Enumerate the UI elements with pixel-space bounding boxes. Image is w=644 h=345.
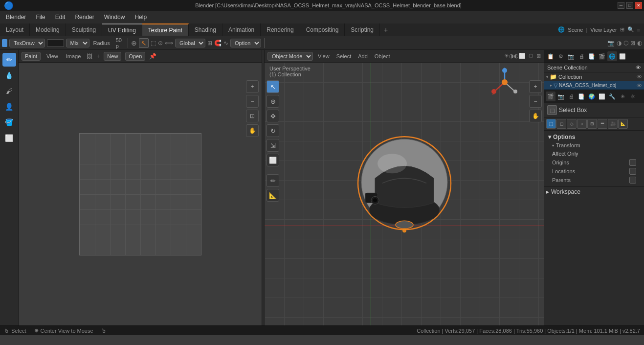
object-eye[interactable]: 👁 — [637, 83, 642, 89]
select-mode-7[interactable]: 🎥 — [608, 119, 618, 129]
tab-layout[interactable]: Layout — [0, 23, 30, 36]
shading-icon[interactable]: ◑ — [617, 40, 622, 46]
close-button[interactable]: ✕ — [635, 2, 642, 9]
render-props-icon[interactable]: 📷 — [566, 51, 576, 61]
fit-view-btn[interactable]: ⊡ — [246, 110, 259, 122]
overlay-icon[interactable]: ⬡ — [623, 40, 628, 46]
maximize-button[interactable]: □ — [626, 2, 633, 9]
xray-btn[interactable]: ⊠ — [536, 53, 541, 59]
object-icon-prop[interactable]: ⬜ — [597, 92, 607, 101]
select-cursor-icon[interactable]: ↖ — [139, 38, 149, 48]
menu-blender[interactable]: Blender — [2, 13, 30, 22]
tab-shading[interactable]: Shading — [189, 23, 222, 36]
properties-icon[interactable]: ⚙ — [556, 51, 566, 61]
select-mode-4[interactable]: ○ — [577, 119, 587, 129]
view-layer-icon[interactable]: 📑 — [587, 51, 597, 61]
tab-scripting[interactable]: Scripting — [345, 23, 380, 36]
overlay-btn[interactable]: ⬡ — [529, 53, 533, 59]
settings-icon[interactable]: ≡ — [637, 27, 640, 33]
world-props-icon[interactable]: 🌐 — [607, 51, 617, 61]
zoom-out-btn[interactable]: − — [246, 95, 259, 108]
render-icon-prop[interactable]: 📷 — [556, 92, 566, 101]
output-props-icon[interactable]: 🖨 — [577, 51, 586, 61]
image-menu[interactable]: Image — [64, 53, 83, 59]
minimize-button[interactable]: ─ — [618, 2, 624, 9]
view-layer-icon-prop[interactable]: 📑 — [577, 92, 586, 101]
cursor-tool-btn[interactable]: ⊕ — [266, 95, 279, 108]
parents-checkbox[interactable] — [629, 177, 636, 184]
view-menu-3d[interactable]: View — [316, 53, 332, 59]
select-mode-6[interactable]: ☰ — [598, 119, 607, 129]
zoom-out-3d[interactable]: − — [529, 95, 542, 108]
view-menu[interactable]: View — [44, 53, 60, 59]
image-add-icon[interactable]: + — [96, 53, 100, 60]
tab-uv-editing[interactable]: UV Editing — [102, 23, 142, 36]
tab-compositing[interactable]: Compositing — [300, 23, 345, 36]
paint-menu[interactable]: Paint — [22, 52, 41, 61]
select-mode-2[interactable]: ◻ — [556, 119, 566, 129]
add-menu-3d[interactable]: Add — [356, 53, 370, 59]
zoom-in-btn[interactable]: + — [246, 80, 259, 93]
menu-help[interactable]: Help — [131, 13, 151, 22]
scene-collection-eye[interactable]: 👁 — [636, 65, 641, 70]
physics-icon-prop[interactable]: ⚛ — [628, 92, 638, 101]
color-swatch[interactable] — [47, 39, 64, 47]
pivot-icon[interactable]: ⊞ — [207, 40, 212, 46]
viewport-icon-1[interactable]: ⊕ — [131, 39, 137, 47]
select-mode-8[interactable]: 📐 — [618, 119, 628, 129]
smear-tool[interactable]: 🖌 — [2, 84, 16, 98]
falloff-icon[interactable]: ∿ — [223, 40, 228, 46]
snap-icon[interactable]: ⬚ — [151, 40, 156, 46]
search-icon[interactable]: 🔍 — [627, 26, 634, 33]
origins-checkbox[interactable] — [629, 159, 636, 166]
world-icon-prop[interactable]: 🌍 — [587, 92, 597, 101]
tab-rendering[interactable]: Rendering — [261, 23, 300, 36]
pin-icon[interactable]: 📌 — [149, 53, 156, 60]
measure-btn[interactable]: 📐 — [266, 189, 279, 202]
pan-btn[interactable]: ✋ — [246, 124, 259, 137]
mask-tool[interactable]: ⬜ — [2, 131, 16, 145]
render-icon[interactable]: 📷 — [607, 40, 615, 46]
tab-add[interactable]: + — [380, 23, 392, 36]
object-props-icon[interactable]: ⬜ — [618, 51, 627, 61]
options-select[interactable]: Option — [230, 39, 261, 47]
particles-icon-prop[interactable]: ✳ — [618, 92, 627, 101]
new-button[interactable]: New — [104, 52, 121, 61]
viewport-shade-icons[interactable]: ☀◑◐⬜ — [504, 53, 526, 59]
tool-mode-select[interactable]: TexDraw — [9, 39, 45, 47]
transform-item[interactable]: ▾ Transform — [546, 141, 642, 149]
scene-icon[interactable]: 🎬 — [546, 92, 555, 101]
transform-space-select[interactable]: Global — [175, 39, 205, 47]
object-menu-3d[interactable]: Object — [373, 53, 392, 59]
collection-row[interactable]: ▾ 📁 Collection 👁 — [544, 72, 644, 81]
menu-render[interactable]: Render — [71, 13, 98, 22]
collection-eye[interactable]: 👁 — [637, 74, 642, 80]
select-menu-3d[interactable]: Select — [334, 53, 354, 59]
select-mode-1[interactable]: ⬚ — [546, 119, 556, 129]
soften-tool[interactable]: 💧 — [2, 69, 16, 82]
workspace-item[interactable]: ▸ Workspace — [544, 186, 644, 197]
annotate-btn[interactable]: ✏ — [266, 174, 279, 187]
tab-modeling[interactable]: Modeling — [30, 23, 66, 36]
outliner-icon[interactable]: 📋 — [546, 51, 555, 61]
proportional-icon[interactable]: ⊙ — [158, 40, 163, 46]
draw-tool[interactable]: ✏ — [2, 53, 16, 67]
clone-tool[interactable]: 👤 — [2, 100, 16, 114]
mirror-icon[interactable]: ⟺ — [165, 40, 173, 46]
rotate-tool-btn[interactable]: ↻ — [266, 124, 279, 137]
snap-toggle[interactable]: 🧲 — [214, 40, 222, 46]
modifier-icon-prop[interactable]: 🔧 — [607, 92, 617, 101]
tab-texture-paint[interactable]: Texture Paint — [142, 23, 189, 36]
tab-sculpting[interactable]: Sculpting — [66, 23, 102, 36]
view-mode-icon[interactable]: ◐ — [637, 40, 642, 46]
scene-props-icon[interactable]: 🎬 — [597, 51, 607, 61]
move-tool-btn[interactable]: ✥ — [266, 110, 279, 122]
fill-tool[interactable]: 🪣 — [2, 115, 16, 129]
tab-animation[interactable]: Animation — [222, 23, 261, 36]
select-mode-3[interactable]: ◇ — [567, 119, 577, 129]
object-mode-select[interactable]: Object Mode — [267, 52, 313, 61]
xray-icon[interactable]: ⊠ — [630, 40, 635, 46]
transform-tool-btn[interactable]: ⬜ — [266, 154, 279, 166]
open-button[interactable]: Open — [125, 52, 145, 61]
object-row[interactable]: ▸ ▽ NASA_OCSS_Helmet_obj 👁 — [544, 81, 644, 90]
